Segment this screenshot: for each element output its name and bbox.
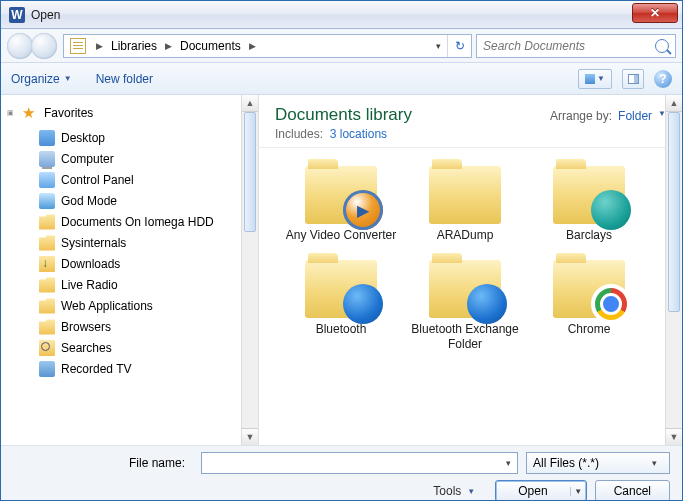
- folder-label: Bluetooth: [316, 322, 367, 336]
- scroll-down-icon[interactable]: ▼: [666, 428, 682, 445]
- sidebar-item[interactable]: Live Radio: [39, 274, 254, 295]
- sidebar-item-label: Downloads: [61, 257, 120, 271]
- folder-item[interactable]: ARADump: [405, 166, 525, 242]
- file-type-filter[interactable]: All Files (*.*) ▾: [526, 452, 670, 474]
- sidebar-item-label: Web Applications: [61, 299, 153, 313]
- filter-value: All Files (*.*): [533, 456, 645, 470]
- nav-buttons: [7, 32, 59, 60]
- sidebar-item-label: Control Panel: [61, 173, 134, 187]
- address-dropdown[interactable]: ▾: [429, 41, 447, 51]
- sidebar-item[interactable]: Downloads: [39, 253, 254, 274]
- folder-icon: [39, 277, 55, 293]
- chevron-right-icon[interactable]: ▶: [245, 41, 260, 51]
- view-mode-button[interactable]: ▼: [578, 69, 612, 89]
- organize-menu[interactable]: Organize ▼: [11, 72, 72, 86]
- sidebar-item[interactable]: Control Panel: [39, 169, 254, 190]
- new-folder-button[interactable]: New folder: [96, 72, 153, 86]
- folder-item[interactable]: Chrome: [529, 260, 649, 351]
- sidebar-item[interactable]: Desktop: [39, 127, 254, 148]
- folder-icon: [305, 260, 377, 318]
- folder-icon: [39, 193, 55, 209]
- refresh-icon: ↻: [455, 39, 465, 53]
- refresh-button[interactable]: ↻: [447, 35, 471, 57]
- folder-icon: [429, 260, 501, 318]
- chevron-right-icon[interactable]: ▶: [161, 41, 176, 51]
- back-button[interactable]: [7, 33, 33, 59]
- scroll-up-icon[interactable]: ▲: [666, 95, 682, 112]
- includes-link[interactable]: 3 locations: [330, 127, 387, 141]
- search-box[interactable]: [476, 34, 676, 58]
- organize-label: Organize: [11, 72, 60, 86]
- sidebar-item[interactable]: Computer: [39, 148, 254, 169]
- folder-item[interactable]: Any Video Converter: [281, 166, 401, 242]
- sidebar-item[interactable]: Web Applications: [39, 295, 254, 316]
- sidebar-item-label: Sysinternals: [61, 236, 126, 250]
- view-icon: [585, 74, 595, 84]
- tools-menu[interactable]: Tools ▼: [433, 484, 475, 498]
- folder-icon: [39, 256, 55, 272]
- filename-field[interactable]: ▾: [201, 452, 518, 474]
- folder-icon: [39, 130, 55, 146]
- new-folder-label: New folder: [96, 72, 153, 86]
- filename-label: File name:: [13, 456, 193, 470]
- sidebar-scrollbar[interactable]: ▲ ▼: [241, 95, 258, 445]
- folder-icon: [39, 214, 55, 230]
- forward-button[interactable]: [31, 33, 57, 59]
- scroll-down-icon[interactable]: ▼: [242, 428, 258, 445]
- sidebar-item-label: Live Radio: [61, 278, 118, 292]
- address-bar[interactable]: ▶ Libraries ▶ Documents ▶ ▾ ↻: [63, 34, 472, 58]
- scroll-thumb[interactable]: [244, 112, 256, 232]
- svg-text:W: W: [11, 8, 23, 22]
- search-icon: [655, 39, 669, 53]
- chevron-down-icon: ▼: [64, 74, 72, 83]
- folder-icon: [39, 340, 55, 356]
- sidebar-item-label: Browsers: [61, 320, 111, 334]
- library-icon: [70, 38, 86, 54]
- avc-icon: [343, 190, 383, 230]
- sidebar-item-label: Computer: [61, 152, 114, 166]
- folder-icon: [39, 151, 55, 167]
- folder-icon: [39, 235, 55, 251]
- sidebar-item-label: Documents On Iomega HDD: [61, 215, 214, 229]
- chevron-down-icon[interactable]: ▾: [499, 458, 517, 468]
- open-dropdown[interactable]: ▼: [570, 487, 586, 496]
- includes-label: Includes:: [275, 127, 323, 141]
- sidebar-item[interactable]: Searches: [39, 337, 254, 358]
- preview-pane-button[interactable]: [622, 69, 644, 89]
- arrange-by[interactable]: Arrange by: Folder ▼: [550, 105, 666, 141]
- folder-item[interactable]: Bluetooth Exchange Folder: [405, 260, 525, 351]
- folder-label: Bluetooth Exchange Folder: [405, 322, 525, 351]
- folder-icon: [553, 166, 625, 224]
- folder-item[interactable]: Barclays: [529, 166, 649, 242]
- barc-icon: [591, 190, 631, 230]
- folder-label: Chrome: [568, 322, 611, 336]
- close-icon: ✕: [650, 6, 660, 20]
- chevron-right-icon[interactable]: ▶: [92, 41, 107, 51]
- open-button[interactable]: Open ▼: [495, 480, 586, 501]
- cancel-button[interactable]: Cancel: [595, 480, 670, 501]
- scroll-up-icon[interactable]: ▲: [242, 95, 258, 112]
- close-button[interactable]: ✕: [632, 3, 678, 23]
- folder-icon: [305, 166, 377, 224]
- content-scrollbar[interactable]: ▲ ▼: [665, 95, 682, 445]
- library-title: Documents library: [275, 105, 412, 125]
- folder-item[interactable]: Bluetooth: [281, 260, 401, 351]
- footer: File name: ▾ All Files (*.*) ▾ Tools ▼ O…: [1, 445, 682, 501]
- sidebar-item[interactable]: Sysinternals: [39, 232, 254, 253]
- filename-input[interactable]: [202, 456, 499, 470]
- sidebar-favorites[interactable]: ★ Favorites: [19, 105, 254, 121]
- search-input[interactable]: [483, 39, 655, 53]
- body: ★ Favorites DesktopComputerControl Panel…: [1, 95, 682, 445]
- help-button[interactable]: ?: [654, 70, 672, 88]
- sidebar-item[interactable]: Browsers: [39, 316, 254, 337]
- sidebar-item[interactable]: Recorded TV: [39, 358, 254, 379]
- nav-bar: ▶ Libraries ▶ Documents ▶ ▾ ↻: [1, 29, 682, 63]
- sidebar-item-label: God Mode: [61, 194, 117, 208]
- folder-label: ARADump: [437, 228, 494, 242]
- star-icon: ★: [22, 105, 38, 121]
- sidebar-item[interactable]: Documents On Iomega HDD: [39, 211, 254, 232]
- breadcrumb-libraries[interactable]: Libraries: [107, 35, 161, 57]
- sidebar-item[interactable]: God Mode: [39, 190, 254, 211]
- scroll-thumb[interactable]: [668, 112, 680, 312]
- breadcrumb-documents[interactable]: Documents: [176, 35, 245, 57]
